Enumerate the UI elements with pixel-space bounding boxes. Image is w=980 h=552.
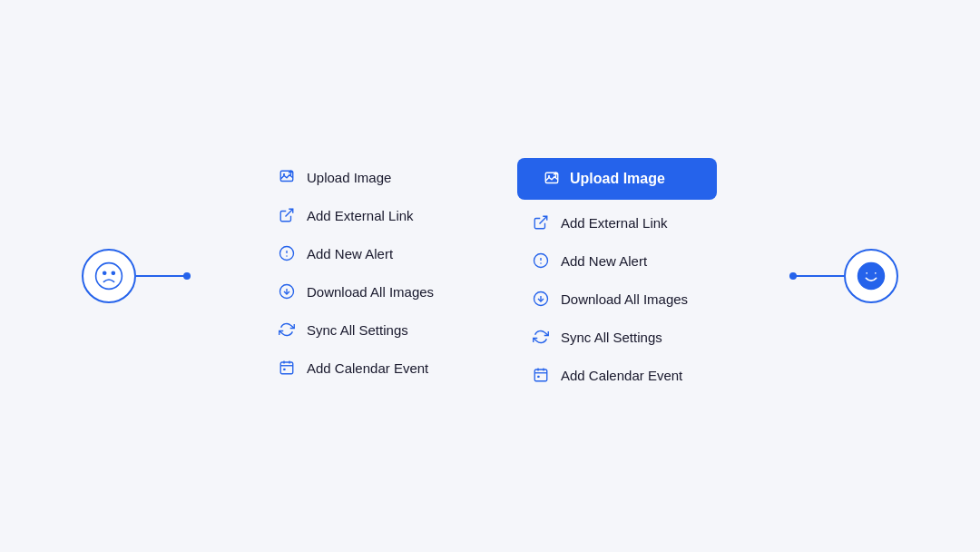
- alert-icon: [278, 245, 296, 261]
- download-icon: [278, 283, 296, 300]
- left-calendar-event-item[interactable]: Add Calendar Event: [263, 349, 463, 387]
- svg-point-4: [283, 173, 285, 175]
- external-link-icon: [278, 207, 296, 223]
- svg-line-6: [286, 209, 293, 216]
- left-add-alert-label: Add New Alert: [307, 246, 393, 261]
- svg-point-23: [541, 263, 542, 264]
- left-calendar-event-label: Add Calendar Event: [307, 360, 428, 376]
- happy-face-icon: [844, 249, 898, 303]
- right-alert-icon: [532, 252, 550, 269]
- right-sync-settings-label: Sync All Settings: [561, 330, 662, 345]
- svg-point-1: [103, 271, 106, 274]
- svg-rect-12: [280, 362, 293, 374]
- left-connector-dot: [183, 272, 191, 280]
- svg-point-2: [112, 271, 114, 274]
- right-sync-icon: [532, 329, 550, 345]
- left-connector-line: [136, 275, 191, 277]
- left-upload-image-item[interactable]: Upload Image: [263, 158, 463, 196]
- right-calendar-event-label: Add Calendar Event: [561, 368, 682, 383]
- right-calendar-event-item[interactable]: Add Calendar Event: [517, 356, 717, 394]
- left-menu-panel: Upload Image Add External Link: [263, 158, 463, 387]
- svg-rect-30: [537, 376, 539, 378]
- right-calendar-icon: [532, 367, 550, 383]
- left-download-images-item[interactable]: Download All Images: [263, 272, 463, 310]
- svg-point-31: [858, 263, 885, 290]
- left-connector: [82, 249, 191, 303]
- svg-point-32: [866, 271, 868, 274]
- svg-rect-16: [283, 369, 285, 370]
- right-add-alert-item[interactable]: Add New Alert: [517, 242, 717, 280]
- calendar-icon: [278, 360, 296, 376]
- svg-point-9: [287, 256, 288, 257]
- left-sync-settings-label: Sync All Settings: [307, 322, 408, 338]
- sad-face-icon: [82, 249, 136, 303]
- right-connector-dot: [789, 272, 797, 280]
- left-upload-image-label: Upload Image: [307, 170, 391, 185]
- right-connector-line: [789, 275, 844, 277]
- right-connector: [789, 249, 898, 303]
- right-download-images-label: Download All Images: [561, 291, 688, 307]
- panels-container: Upload Image Add External Link: [263, 158, 717, 394]
- main-container: Upload Image Add External Link: [0, 0, 980, 552]
- right-external-link-item[interactable]: Add External Link: [517, 203, 717, 242]
- svg-point-33: [874, 271, 877, 274]
- svg-rect-26: [534, 370, 547, 381]
- left-external-link-item[interactable]: Add External Link: [263, 196, 463, 234]
- svg-line-20: [540, 216, 547, 223]
- right-download-icon: [532, 291, 550, 307]
- left-download-images-label: Download All Images: [307, 284, 434, 300]
- right-upload-image-btn-label: Upload Image: [570, 171, 665, 187]
- right-external-link-icon: [532, 214, 550, 231]
- svg-point-18: [548, 175, 550, 177]
- right-add-alert-label: Add New Alert: [561, 253, 647, 269]
- right-download-images-item[interactable]: Download All Images: [517, 280, 717, 318]
- sync-icon: [278, 321, 296, 338]
- right-menu-panel: Upload Image Add External Link: [517, 158, 717, 394]
- left-sync-settings-item[interactable]: Sync All Settings: [263, 310, 463, 349]
- image-upload-icon: [278, 169, 296, 185]
- svg-point-0: [96, 263, 122, 290]
- right-upload-image-button[interactable]: Upload Image: [517, 158, 717, 200]
- right-sync-settings-item[interactable]: Sync All Settings: [517, 318, 717, 356]
- right-external-link-label: Add External Link: [561, 215, 668, 231]
- upload-image-btn-icon: [543, 171, 561, 187]
- left-external-link-label: Add External Link: [307, 208, 414, 223]
- left-add-alert-item[interactable]: Add New Alert: [263, 234, 463, 272]
